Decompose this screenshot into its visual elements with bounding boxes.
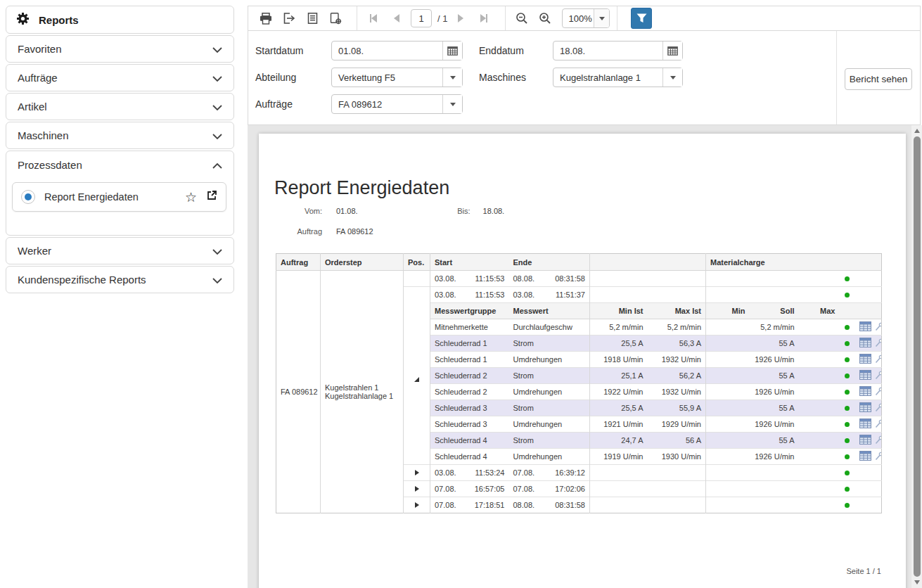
cell-min-ist: 25,5 A <box>590 400 648 416</box>
header-orderstep: Orderstep <box>321 254 404 271</box>
cell-max <box>799 449 840 465</box>
zoom-select-arrow[interactable] <box>594 9 609 27</box>
enddatum-input[interactable] <box>553 45 662 57</box>
cell-end-time: 11:51:37 <box>549 287 590 303</box>
cell-max <box>799 352 840 368</box>
bericht-sehen-button[interactable]: Bericht sehen <box>845 68 912 90</box>
cell-min <box>706 433 750 449</box>
auftraege-select[interactable]: FA 089612 <box>331 94 463 114</box>
status-cell <box>840 287 855 303</box>
next-page-button[interactable] <box>452 9 470 27</box>
values-table-button[interactable] <box>859 418 871 430</box>
sidebar: Reports Favoriten Aufträge Artikel Masch… <box>6 6 234 295</box>
open-external-icon[interactable] <box>206 190 217 204</box>
table-icon <box>859 435 871 445</box>
values-table-button[interactable] <box>859 386 871 397</box>
cell-soll: 1926 U/min <box>750 352 799 368</box>
toolbar-separator <box>617 6 617 30</box>
values-chart-button[interactable] <box>875 386 882 397</box>
values-table-button[interactable] <box>859 402 871 414</box>
maschines-dropdown-arrow[interactable] <box>662 68 682 87</box>
sidebar-item-prozessdaten[interactable]: Prozessdaten <box>6 151 233 179</box>
status-ok-dot <box>845 341 850 346</box>
cell-messwert: Umdrehungen <box>509 384 590 400</box>
zoom-select[interactable]: 100% <box>562 8 610 28</box>
values-table-button[interactable] <box>859 370 871 381</box>
cell-soll: 55 A <box>750 400 799 416</box>
orderstep-line1: Kugelstrahlen 1 <box>325 383 399 392</box>
values-chart-button[interactable] <box>875 370 882 381</box>
sidebar-item-maschinen[interactable]: Maschinen <box>6 122 234 149</box>
first-page-button[interactable] <box>364 9 383 27</box>
first-page-icon <box>371 14 377 23</box>
cell-min <box>706 384 750 400</box>
auftraege-label: Aufträge <box>255 98 293 110</box>
export-button[interactable] <box>280 9 298 27</box>
values-chart-button[interactable] <box>875 338 882 349</box>
values-chart-button[interactable] <box>875 451 882 462</box>
page-setup-button[interactable] <box>326 9 345 27</box>
values-chart-button[interactable] <box>875 435 882 446</box>
status-ok-dot <box>845 503 850 508</box>
previous-page-button[interactable] <box>388 9 406 27</box>
startdatum-input[interactable] <box>332 45 442 57</box>
expand-row-icon[interactable] <box>415 502 419 508</box>
values-chart-button[interactable] <box>875 402 882 414</box>
enddatum-calendar-button[interactable] <box>662 41 682 60</box>
sidebar-report-energiedaten[interactable]: Report Energiedaten ☆ <box>12 182 226 212</box>
cell-messwertgruppe: Schleuderrad 1 <box>430 335 509 352</box>
collapse-row-icon[interactable] <box>414 377 419 382</box>
scrollbar-thumb[interactable] <box>914 136 921 577</box>
favorite-star-icon[interactable]: ☆ <box>185 191 197 204</box>
filter-button[interactable] <box>631 8 652 29</box>
chevron-down-icon <box>212 72 222 84</box>
startdatum-label: Startdatum <box>255 45 303 56</box>
last-page-button[interactable] <box>475 9 493 27</box>
cell-max <box>799 400 840 416</box>
expand-row-icon[interactable] <box>415 470 419 475</box>
cell-min-ist: 1922 U/min <box>590 384 648 400</box>
document-gear-icon <box>330 13 342 25</box>
cell-start-date: 03.08. <box>430 465 470 481</box>
zoom-in-button[interactable] <box>536 9 554 27</box>
cell-messwertgruppe: Schleuderrad 1 <box>430 352 509 368</box>
sidebar-item-favoriten[interactable]: Favoriten <box>6 35 234 63</box>
sidebar-item-kundenspezifische-reports[interactable]: Kundenspezifische Reports <box>6 266 234 293</box>
bis-value: 18.08. <box>483 207 505 215</box>
abteilung-select[interactable]: Verkettung F5 <box>331 68 463 87</box>
page-number-input[interactable] <box>411 9 432 27</box>
line-chart-icon <box>875 435 882 445</box>
vom-label: Vom: <box>259 207 322 215</box>
startdatum-calendar-button[interactable] <box>442 41 462 60</box>
zoom-out-button[interactable] <box>513 9 531 27</box>
abteilung-dropdown-arrow[interactable] <box>442 68 462 87</box>
values-table-button[interactable] <box>859 435 871 446</box>
document-view-button[interactable] <box>303 9 321 27</box>
cell-messwert: Strom <box>509 400 590 416</box>
cell-messwertgruppe: Schleuderrad 3 <box>430 416 509 433</box>
vertical-scrollbar[interactable] <box>911 125 922 588</box>
calendar-icon <box>447 46 458 56</box>
values-chart-button[interactable] <box>875 321 882 333</box>
values-table-button[interactable] <box>859 321 871 333</box>
abteilung-value: Verkettung F5 <box>332 72 442 83</box>
values-chart-button[interactable] <box>875 418 882 430</box>
sidebar-item-artikel[interactable]: Artikel <box>6 93 234 120</box>
values-table-button[interactable] <box>859 338 871 349</box>
cell-min-ist: 1918 U/min <box>590 352 648 368</box>
auftraege-dropdown-arrow[interactable] <box>442 95 462 113</box>
maschines-select[interactable]: Kugelstrahlanlage 1 <box>553 68 683 87</box>
scroll-up-arrow-icon[interactable] <box>914 129 920 133</box>
print-button[interactable] <box>257 9 275 27</box>
radio-selected-icon[interactable] <box>21 190 35 204</box>
values-table-button[interactable] <box>859 354 871 365</box>
sidebar-item-werker[interactable]: Werker <box>6 237 234 264</box>
values-chart-button[interactable] <box>875 354 882 365</box>
sidebar-item-auftraege[interactable]: Aufträge <box>6 64 234 91</box>
values-table-button[interactable] <box>859 451 871 462</box>
export-icon <box>283 13 295 24</box>
status-cell <box>840 319 855 335</box>
last-page-icon <box>480 14 486 23</box>
expand-row-icon[interactable] <box>415 486 419 492</box>
scroll-down-arrow-icon[interactable] <box>914 580 920 584</box>
